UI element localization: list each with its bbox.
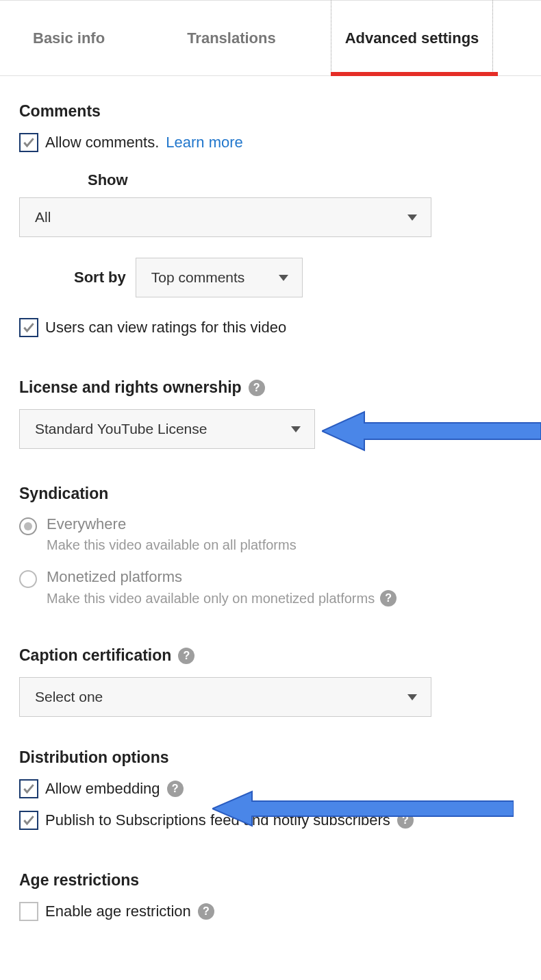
chevron-down-icon xyxy=(407,215,417,221)
caption-select-value: Select one xyxy=(35,689,103,705)
age-restriction-row: Enable age restriction ? xyxy=(19,902,522,921)
show-select[interactable]: All xyxy=(19,197,431,237)
chevron-down-icon xyxy=(279,275,288,281)
tabs: Basic info Translations Advanced setting… xyxy=(0,1,541,76)
license-heading: License and rights ownership xyxy=(19,378,242,397)
chevron-down-icon xyxy=(291,426,301,432)
syndication-opt1-sub: Make this video available on all platfor… xyxy=(47,537,297,553)
publish-subs-row: Publish to Subscriptions feed and notify… xyxy=(19,811,522,830)
ratings-checkbox[interactable] xyxy=(19,318,38,337)
radio-icon xyxy=(19,517,37,535)
ratings-label: Users can view ratings for this video xyxy=(45,319,286,336)
help-icon[interactable]: ? xyxy=(249,380,265,396)
radio-icon xyxy=(19,570,37,588)
section-caption: Caption certification ? Select one xyxy=(0,622,541,717)
help-icon[interactable]: ? xyxy=(380,590,397,607)
syndication-opt2-sub: Make this video available only on moneti… xyxy=(47,590,397,607)
publish-subs-label: Publish to Subscriptions feed and notify… xyxy=(45,811,390,829)
sortby-row: Sort by Top comments xyxy=(74,258,522,297)
syndication-opt-monetized[interactable]: Monetized platforms Make this video avai… xyxy=(19,568,522,607)
license-select-value: Standard YouTube License xyxy=(35,421,207,437)
ratings-row: Users can view ratings for this video xyxy=(19,318,522,337)
chevron-down-icon xyxy=(407,694,417,700)
tab-basic-info[interactable]: Basic info xyxy=(19,1,118,75)
allow-comments-row: Allow comments. Learn more xyxy=(19,133,522,152)
distribution-heading: Distribution options xyxy=(19,748,522,767)
license-select[interactable]: Standard YouTube License xyxy=(19,409,315,449)
sortby-select[interactable]: Top comments xyxy=(136,258,303,297)
section-distribution: Distribution options Allow embedding ? P… xyxy=(0,717,541,830)
allow-comments-label: Allow comments. xyxy=(45,134,159,151)
age-restriction-checkbox[interactable] xyxy=(19,902,38,921)
age-restriction-label: Enable age restriction xyxy=(45,903,191,920)
help-icon[interactable]: ? xyxy=(178,648,194,664)
allow-embedding-label: Allow embedding xyxy=(45,780,160,798)
section-license: License and rights ownership ? Standard … xyxy=(0,348,541,449)
syndication-opt1-label: Everywhere xyxy=(47,515,297,533)
show-label: Show xyxy=(88,171,522,189)
show-select-value: All xyxy=(35,209,51,225)
sortby-select-value: Top comments xyxy=(151,269,245,286)
caption-heading: Caption certification xyxy=(19,646,171,665)
allow-embedding-checkbox[interactable] xyxy=(19,779,38,798)
caption-select[interactable]: Select one xyxy=(19,677,431,717)
syndication-heading: Syndication xyxy=(19,485,522,503)
allow-comments-checkbox[interactable] xyxy=(19,133,38,152)
allow-embedding-row: Allow embedding ? xyxy=(19,779,522,798)
tab-advanced-settings[interactable]: Advanced settings xyxy=(331,1,494,75)
section-comments: Comments Allow comments. Learn more Show… xyxy=(0,76,541,337)
age-heading: Age restrictions xyxy=(19,871,522,890)
help-icon[interactable]: ? xyxy=(397,812,414,829)
syndication-opt-everywhere[interactable]: Everywhere Make this video available on … xyxy=(19,515,522,553)
help-icon[interactable]: ? xyxy=(167,781,184,797)
comments-heading: Comments xyxy=(19,102,522,121)
tab-translations[interactable]: Translations xyxy=(173,1,290,75)
help-icon[interactable]: ? xyxy=(198,903,214,920)
section-age: Age restrictions Enable age restriction … xyxy=(0,841,541,921)
section-syndication: Syndication Everywhere Make this video a… xyxy=(0,449,541,607)
publish-subs-checkbox[interactable] xyxy=(19,811,38,830)
syndication-opt2-label: Monetized platforms xyxy=(47,568,397,586)
sortby-label: Sort by xyxy=(74,269,126,286)
learn-more-link[interactable]: Learn more xyxy=(166,134,243,151)
